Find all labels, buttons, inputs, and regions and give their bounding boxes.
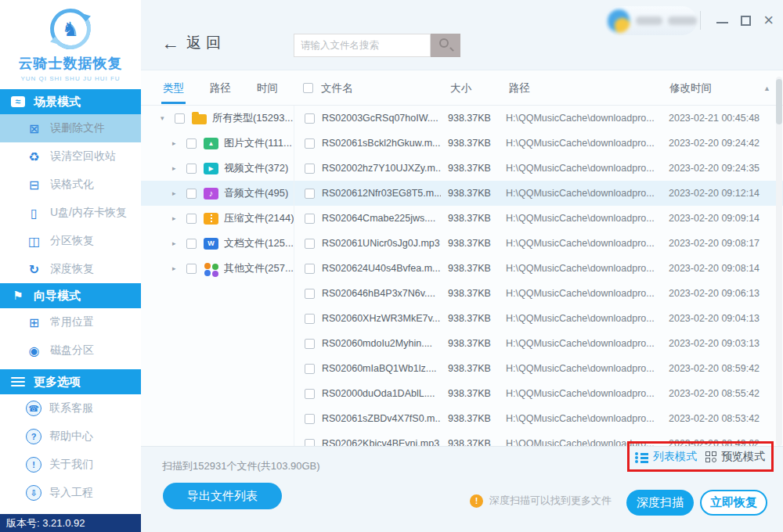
column-header-path[interactable]: 路径	[509, 81, 530, 95]
tree-item-checkbox[interactable]	[186, 138, 197, 149]
tree-item-checkbox[interactable]	[175, 113, 185, 124]
tree-item-label: 图片文件(111...	[224, 136, 292, 150]
sidebar-item-label: 误删除文件	[50, 121, 105, 135]
file-row[interactable]: RS020612Nfr03EG8T5.m... 938.37KB H:\QQMu…	[294, 181, 783, 206]
file-name: RS02060mdoIu2Myhin....	[322, 338, 441, 349]
file-row[interactable]: RS02002hz7Y10UJXZy.m... 938.37KB H:\QQMu…	[294, 156, 783, 181]
tree-item[interactable]: 所有类型(15293...	[141, 106, 294, 131]
file-row[interactable]: RS020624U40s4Bvfea.m... 938.37KB H:\QQMu…	[294, 256, 783, 281]
file-name: RS020646hB4P3x7N6v....	[322, 288, 441, 299]
preview-mode-button[interactable]: 预览模式	[705, 449, 765, 465]
file-row[interactable]: RS02003GcRSq07hoIW.... 938.37KB H:\QQMus…	[294, 106, 783, 131]
export-file-list-button[interactable]: 导出文件列表	[163, 483, 282, 509]
file-checkbox[interactable]	[305, 164, 315, 174]
tree-expand-arrow[interactable]	[172, 214, 181, 222]
search-button[interactable]	[431, 34, 460, 57]
file-checkbox[interactable]	[305, 339, 315, 349]
file-checkbox[interactable]	[305, 214, 315, 224]
file-mtime: 2023-02-20 09:12:14	[669, 188, 760, 199]
file-row[interactable]: RS02061sBckl2hGkuw.m... 938.37KB H:\QQMu…	[294, 131, 783, 156]
search-input[interactable]	[294, 34, 431, 57]
common-location-icon	[26, 315, 42, 330]
list-mode-button[interactable]: 列表模式	[635, 449, 697, 465]
file-checkbox[interactable]	[305, 138, 315, 149]
sidebar-item[interactable]: 误格式化	[0, 171, 141, 199]
vertical-scrollbar[interactable]	[776, 77, 782, 446]
sidebar-item[interactable]: 误清空回收站	[0, 142, 141, 171]
select-all-checkbox[interactable]	[303, 83, 313, 93]
tree-item[interactable]: 图片文件(111...	[141, 131, 294, 156]
account-pill[interactable]	[604, 6, 697, 35]
import-project-icon	[26, 485, 41, 501]
tab-time[interactable]: 时间	[257, 81, 278, 95]
tree-item-checkbox[interactable]	[186, 164, 197, 174]
sidebar-item[interactable]: 常用位置	[0, 308, 141, 336]
column-header-size[interactable]: 大小	[450, 81, 471, 95]
file-checkbox[interactable]	[305, 439, 315, 447]
file-row[interactable]: RS02060XHzWR3MkE7v... 938.37KB H:\QQMusi…	[294, 306, 783, 331]
maximize-button[interactable]	[741, 16, 751, 26]
sidebar-item[interactable]: 联系客服	[0, 394, 141, 422]
file-checkbox[interactable]	[305, 389, 315, 399]
tree-expand-arrow[interactable]	[172, 239, 181, 247]
deep-scan-button[interactable]: 深度扫描	[626, 490, 694, 516]
column-header-name[interactable]: 文件名	[321, 81, 353, 95]
sidebar-item[interactable]: 深度恢复	[0, 255, 141, 283]
tab-type[interactable]: 类型	[163, 81, 184, 95]
file-row[interactable]: RS02060mdoIu2Myhin.... 938.37KB H:\QQMus…	[294, 331, 783, 356]
tree-item[interactable]: 音频文件(495)	[141, 181, 294, 206]
file-mtime: 2023-02-20 09:24:42	[669, 138, 760, 149]
file-checkbox[interactable]	[305, 414, 315, 424]
sidebar-item[interactable]: 关于我们	[0, 451, 141, 479]
file-row[interactable]: RS02000duOda1DAblL.... 938.37KB H:\QQMus…	[294, 381, 783, 406]
deep-scan-hint-text: 深度扫描可以找到更多文件	[489, 494, 612, 508]
file-row[interactable]: RS02062Kbicv4BEvni.mp3 938.37KB H:\QQMus…	[294, 431, 783, 446]
content-area: 所有类型(15293... 图片文件(111... 视频文件(372)	[141, 106, 783, 446]
file-checkbox[interactable]	[305, 314, 315, 324]
minimize-button[interactable]	[716, 22, 728, 23]
tree-expand-arrow[interactable]	[172, 139, 181, 147]
file-checkbox[interactable]	[305, 239, 315, 249]
close-button[interactable]: ×	[763, 13, 774, 28]
knight-icon: ♞	[48, 6, 93, 52]
warning-icon: !	[470, 494, 483, 508]
sidebar-item[interactable]: 导入工程	[0, 479, 141, 507]
sidebar-item[interactable]: 磁盘分区	[0, 336, 141, 365]
sidebar-item[interactable]: 帮助中心	[0, 422, 141, 451]
tree-item[interactable]: 压缩文件(2144)	[141, 206, 294, 231]
file-path: H:\QQMusicCache\downloadpro...	[506, 288, 662, 299]
sidebar-item[interactable]: 分区恢复	[0, 227, 141, 255]
tab-path[interactable]: 路径	[210, 81, 231, 95]
back-arrow-icon: ←	[161, 34, 179, 52]
scrollbar-thumb[interactable]	[776, 79, 782, 124]
recover-now-button[interactable]: 立即恢复	[700, 490, 767, 516]
tree-item-label: 音频文件(495)	[224, 186, 288, 200]
file-checkbox[interactable]	[305, 289, 315, 299]
sort-arrow-icon[interactable]: ▲	[763, 84, 770, 92]
file-checkbox[interactable]	[305, 264, 315, 274]
tree-expand-arrow[interactable]	[172, 189, 181, 197]
file-row[interactable]: RS02061sZBDv4X7fS0.m... 938.37KB H:\QQMu…	[294, 406, 783, 431]
file-row[interactable]: RS02064Cmabe225jws.... 938.37KB H:\QQMus…	[294, 206, 783, 231]
column-header-mtime[interactable]: 修改时间	[669, 81, 712, 95]
tree-item[interactable]: 文档文件(125...	[141, 231, 294, 256]
back-button[interactable]: ← 返回	[161, 33, 226, 53]
tree-item[interactable]: 视频文件(372)	[141, 156, 294, 181]
file-checkbox[interactable]	[305, 189, 315, 199]
file-checkbox[interactable]	[305, 113, 315, 124]
tree-expand-arrow[interactable]	[161, 114, 169, 122]
tree-expand-arrow[interactable]	[172, 264, 181, 272]
tree-item-checkbox[interactable]	[186, 214, 197, 224]
tree-item[interactable]: 其他文件(257...	[141, 256, 294, 281]
tree-item-checkbox[interactable]	[186, 264, 197, 274]
tree-item-checkbox[interactable]	[186, 189, 197, 199]
file-checkbox[interactable]	[305, 364, 315, 374]
sidebar-section-scene-mode: ≈ 场景模式	[0, 89, 141, 114]
sidebar-item[interactable]: U盘/内存卡恢复	[0, 199, 141, 227]
sidebar-item[interactable]: 误删除文件	[0, 114, 141, 142]
tree-item-checkbox[interactable]	[186, 239, 197, 249]
tree-expand-arrow[interactable]	[172, 164, 181, 172]
file-row[interactable]: RS020646hB4P3x7N6v.... 938.37KB H:\QQMus…	[294, 281, 783, 306]
file-row[interactable]: RS02060mIaBQ1Wb1lz.... 938.37KB H:\QQMus…	[294, 356, 783, 381]
file-row[interactable]: RS02061UNicr0sJg0J.mp3 938.37KB H:\QQMus…	[294, 231, 783, 256]
